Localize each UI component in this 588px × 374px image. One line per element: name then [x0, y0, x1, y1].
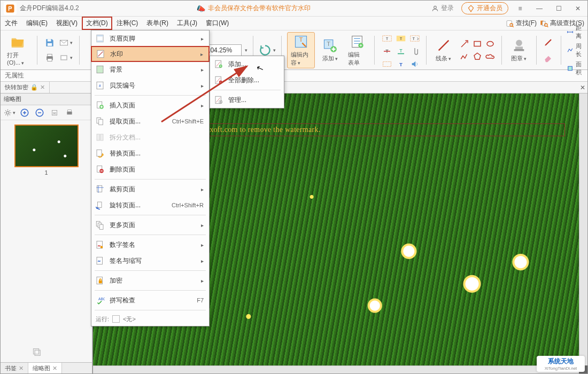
- rect-shape-icon[interactable]: [471, 38, 483, 50]
- menu-more-pages[interactable]: 更多页面 ▸: [91, 217, 209, 233]
- menu-comment[interactable]: 注释(C): [112, 17, 143, 30]
- ellipse-shape-icon[interactable]: [484, 38, 496, 50]
- menu-crop-page[interactable]: 裁剪页面 ▸: [91, 181, 209, 197]
- maximize-button[interactable]: ☐: [551, 3, 566, 14]
- form-strike-icon[interactable]: T: [380, 44, 394, 58]
- menu-run-row[interactable]: 运行: <无>: [91, 312, 209, 326]
- svg-text:T: T: [399, 48, 403, 53]
- pencil-icon[interactable]: [541, 35, 555, 49]
- svg-rect-13: [48, 58, 52, 61]
- menu-window[interactable]: 窗口(W): [202, 17, 233, 30]
- perimeter-button[interactable]: 周长: [567, 42, 584, 58]
- form-select-icon[interactable]: T: [408, 32, 422, 45]
- polygon-shape-icon[interactable]: [471, 51, 483, 63]
- title-bar: 金舟PDF编辑器4.0.2 📣 非会员保存文件会带有软件官方水印 登录 开通会员…: [1, 1, 587, 17]
- area-button[interactable]: 面积: [567, 60, 584, 76]
- menu-icon[interactable]: ≡: [513, 3, 528, 14]
- page-thumbnail[interactable]: [14, 124, 79, 167]
- stamp-button[interactable]: 图章▾: [507, 36, 531, 64]
- svg-rect-69: [98, 202, 102, 208]
- svg-text:ABC: ABC: [98, 297, 105, 301]
- find-button[interactable]: 查找(F): [506, 19, 537, 28]
- tab-thumbnails[interactable]: 缩略图✕: [28, 363, 62, 374]
- edit-content-button[interactable]: T 编辑内容▾: [287, 32, 315, 68]
- menu-form[interactable]: 表单(R): [142, 17, 173, 30]
- attachment-icon[interactable]: [408, 44, 422, 58]
- menu-replace-page[interactable]: 替换页面...: [91, 145, 209, 161]
- svg-text:T: T: [327, 40, 330, 47]
- svg-rect-65: [97, 150, 102, 156]
- submenu-remove-all[interactable]: 全部删除...: [210, 72, 284, 88]
- form-box-icon[interactable]: [380, 57, 394, 71]
- menu-view[interactable]: 视图(V): [52, 17, 82, 30]
- vertical-scrollbar[interactable]: [579, 94, 587, 365]
- svg-text:90: 90: [53, 111, 56, 114]
- print-thumb-icon[interactable]: [64, 107, 75, 119]
- menu-file[interactable]: 文件: [1, 17, 22, 30]
- vip-button[interactable]: 开通会员: [461, 2, 508, 14]
- lines-button[interactable]: 线条▾: [432, 36, 455, 64]
- zoom-input[interactable]: 104.25%: [204, 44, 242, 56]
- menu-background[interactable]: 背景 ▸: [91, 61, 209, 77]
- zoom-out-icon[interactable]: [34, 107, 45, 119]
- tab-close-icon[interactable]: ✕: [40, 84, 45, 91]
- banner: 📣 非会员保存文件会带有软件官方水印: [79, 4, 428, 13]
- form-text-icon[interactable]: T: [380, 32, 394, 45]
- menu-spellcheck[interactable]: ABC 拼写检查 F7: [91, 292, 209, 308]
- options-icon[interactable]: ▾: [4, 107, 16, 119]
- distance-button[interactable]: 距离: [567, 24, 584, 40]
- menu-watermark[interactable]: 水印 ▸: [91, 46, 210, 62]
- zoom-dropdown-icon[interactable]: ▾: [245, 48, 247, 53]
- menu-rotate-page[interactable]: 旋转页面... Ctrl+Shift+R: [91, 197, 209, 213]
- document-tab[interactable]: 快转加密 🔒 ✕: [1, 82, 50, 93]
- menu-encrypt[interactable]: 加密 ▸: [91, 272, 209, 289]
- menu-document[interactable]: 文档(D): [82, 17, 112, 30]
- window-title: 金舟PDF编辑器4.0.2: [20, 4, 79, 13]
- document-tabs: 快转加密 🔒 ✕ ✕: [1, 82, 587, 94]
- close-button[interactable]: ✕: [570, 3, 585, 14]
- property-bar: 无属性: [1, 70, 587, 82]
- sound-icon[interactable]: [408, 57, 422, 71]
- svg-rect-8: [48, 39, 51, 41]
- tab-bookmarks[interactable]: 书签✕: [1, 363, 28, 374]
- watermark-submenu: 添加... 全部删除... 管理...: [210, 56, 284, 108]
- menu-digital-signature[interactable]: 数字签名 ▸: [91, 237, 209, 253]
- login-button[interactable]: 登录: [428, 2, 457, 15]
- mail-icon[interactable]: ▾: [59, 36, 73, 50]
- banner-text: 非会员保存文件会带有软件官方水印: [208, 4, 311, 13]
- panel-title: 缩略图: [1, 94, 92, 105]
- print-icon[interactable]: [43, 51, 57, 65]
- tabs-close-icon[interactable]: ✕: [578, 83, 587, 92]
- menu-tools[interactable]: 工具(J): [173, 17, 202, 30]
- menu-bates[interactable]: # 贝茨编号 ▸: [91, 77, 209, 94]
- menu-delete-page[interactable]: 删除页面: [91, 161, 209, 177]
- menu-extract-page[interactable]: 提取页面... Ctrl+Shift+E: [91, 113, 209, 129]
- menu-signature-abbr[interactable]: 签名与缩写 ▸: [91, 253, 209, 269]
- horizontal-scrollbar[interactable]: [93, 365, 579, 374]
- menu-header-footer[interactable]: 页眉页脚 ▸: [91, 30, 209, 46]
- menu-insert-page[interactable]: 插入页面 ▸: [91, 97, 209, 113]
- arrow-shape-icon[interactable]: [459, 38, 470, 50]
- zoom-in-icon[interactable]: [19, 107, 30, 119]
- menu-edit[interactable]: 编辑(E): [22, 17, 52, 30]
- eraser-icon[interactable]: [541, 51, 555, 65]
- open-button[interactable]: 打开(O)...▾: [4, 33, 32, 67]
- add-button[interactable]: T 添加▾: [318, 36, 342, 64]
- edit-form-button[interactable]: 编辑表单: [345, 33, 369, 68]
- duplicate-icon[interactable]: ⧉: [33, 345, 41, 359]
- submenu-add[interactable]: 添加...: [210, 56, 284, 72]
- svg-rect-64: [100, 134, 103, 141]
- submenu-manage[interactable]: 管理...: [210, 92, 284, 108]
- svg-line-37: [461, 41, 467, 47]
- save-icon[interactable]: [43, 36, 57, 50]
- form-underline-icon[interactable]: T: [394, 44, 408, 58]
- polyline-shape-icon[interactable]: [459, 51, 470, 63]
- cloud-shape-icon[interactable]: [484, 51, 496, 63]
- scan-icon[interactable]: ▾: [59, 51, 73, 65]
- measure-group: 距离 周长 面积: [567, 24, 584, 76]
- form-highlight-icon[interactable]: T: [394, 32, 408, 45]
- minimize-button[interactable]: —: [532, 3, 547, 14]
- svg-point-44: [6, 111, 9, 114]
- rotate-thumb-icon[interactable]: 90: [49, 107, 60, 119]
- form-blue-t-icon[interactable]: T: [394, 57, 408, 71]
